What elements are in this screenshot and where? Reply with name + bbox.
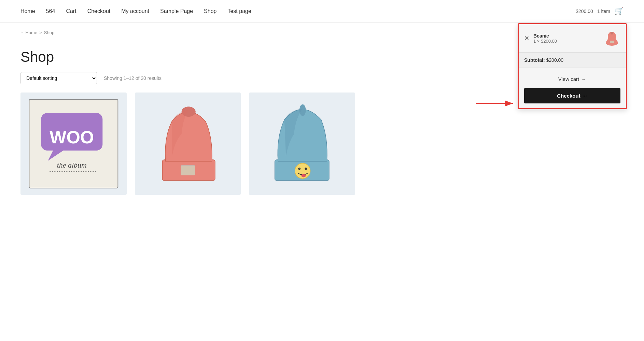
svg-point-3 [611,32,613,34]
cart-subtotal: Subtotal: $200.00 [519,52,626,68]
product-image-beanie-blue [249,93,355,195]
breadcrumb-home[interactable]: Home [25,30,37,35]
nav-right: $200.00 1 item 🛒 [576,7,624,16]
products-grid: WOO the album [0,93,376,195]
nav-links: Home 564 Cart Checkout My account Sample… [20,8,576,14]
cart-price: $200.00 [576,9,593,14]
breadcrumb-sep: > [39,30,42,35]
svg-rect-2 [610,41,614,43]
cart-item-name: Beanie [533,33,599,39]
cart-item-qty: 1 × $200.00 [533,39,599,44]
product-card[interactable] [249,93,355,195]
nav-cart[interactable]: Cart [66,8,76,14]
cart-dropdown: ✕ Beanie 1 × $200.00 Subtotal: [518,23,627,109]
nav-test-page[interactable]: Test page [227,8,251,14]
results-count: Showing 1–12 of 20 results [104,75,579,81]
nav-checkout[interactable]: Checkout [87,8,111,14]
product-image-beanie-pink [135,93,241,195]
home-icon: ⌂ [20,30,23,35]
cart-item-count: 1 item [597,9,610,14]
nav-home[interactable]: Home [20,8,35,14]
nav-bar: Home 564 Cart Checkout My account Sample… [0,0,644,23]
cart-actions: View cart → Checkout → [519,68,626,108]
cart-item: ✕ Beanie 1 × $200.00 [519,24,626,52]
svg-point-20 [302,174,306,177]
svg-text:the  album: the album [57,161,87,169]
cart-item-info: Beanie 1 × $200.00 [533,33,599,44]
svg-point-19 [305,168,307,170]
breadcrumb-current: Shop [44,30,54,35]
nav-sample-page[interactable]: Sample Page [160,8,193,14]
svg-text:WOO: WOO [50,127,94,147]
product-card[interactable] [135,93,241,195]
svg-rect-13 [181,166,195,175]
sort-select[interactable]: Default sorting Sort by popularity Sort … [20,72,97,84]
cart-item-thumbnail [603,30,620,47]
nav-564[interactable]: 564 [46,8,55,14]
product-card[interactable]: WOO the album [20,93,127,195]
view-cart-button[interactable]: View cart → [524,73,620,85]
cart-remove-button[interactable]: ✕ [524,34,529,42]
nav-my-account[interactable]: My account [121,8,149,14]
nav-shop[interactable]: Shop [204,8,216,14]
product-image-album: WOO the album [20,93,127,195]
cart-icon[interactable]: 🛒 [614,7,624,16]
annotation-arrow [476,97,517,112]
checkout-button[interactable]: Checkout → [524,88,620,103]
